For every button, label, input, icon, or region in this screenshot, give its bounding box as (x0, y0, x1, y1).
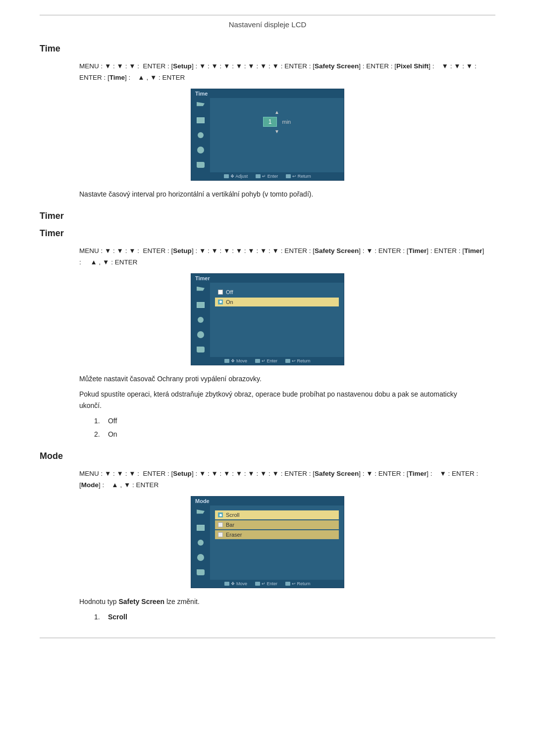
mode-circle-icon (195, 538, 206, 547)
mode-scroll-item: Scroll (215, 510, 339, 519)
mode-bottom-return: ↩ Return (285, 581, 311, 586)
timer-list-item-2: 2. On (40, 429, 495, 440)
timer-ui-title: Timer (191, 274, 344, 283)
timer-ui-bottom-bar: ❖ Move ↵ Enter ↩ Return (191, 357, 344, 365)
timer-description1: Můžete nastavit časovač Ochrany proti vy… (40, 373, 495, 385)
timer-bottom-move: ❖ Move (224, 358, 247, 363)
timer-off-dot (218, 290, 223, 295)
timer-menu-path: MENU : ▼ : ▼ : ▼ : ENTER : [Setup] : ▼ :… (40, 246, 495, 268)
mode-flag-icon (195, 508, 206, 517)
time-bottom-adjust: ❖ Adjust (224, 174, 248, 179)
mode-menu-path: MENU : ▼ : ▼ : ▼ : ENTER : [Setup] : ▼ :… (40, 468, 495, 491)
flag-icon (195, 101, 206, 110)
time-bottom-return: ↩ Return (286, 174, 311, 179)
section-title-timer-heading: Timer (40, 211, 495, 221)
mode-scroll-dot (218, 512, 223, 517)
timer-film-icon (195, 301, 206, 309)
mode-ui-title: Mode (191, 497, 344, 505)
mode-scroll-label: Scroll (226, 512, 240, 518)
timer-flag-icon (195, 286, 206, 295)
mode-ui-sidebar (191, 505, 210, 580)
mode-list-label-1: Scroll (108, 613, 127, 621)
mode-ui-screenshot: Mode Scroll Bar Erase (191, 496, 344, 588)
time-arrow-down: ▼ (274, 129, 279, 134)
timer-circle-icon (195, 315, 206, 324)
timer-list-label-2: On (108, 430, 117, 438)
timer-ui-sidebar (191, 283, 210, 357)
mode-eraser-item: Eraser (215, 530, 339, 539)
circle-icon (195, 131, 206, 140)
timer-on-dot (218, 300, 223, 304)
time-menu-path: MENU : ▼ : ▼ : ▼ : ENTER : [Setup] : ▼ :… (40, 61, 495, 84)
time-ui-content: ▲ 1 min ▼ (210, 98, 344, 172)
mode-bottom-enter: ↵ Enter (255, 581, 277, 586)
timer-list-num-2: 2. (94, 429, 106, 440)
section-title-mode: Mode (40, 451, 495, 461)
timer-bottom-enter: ↵ Enter (255, 358, 277, 363)
section-title-timer: Timer (40, 228, 495, 239)
timer-ui-screenshot: Timer Off On ❖ Move (191, 273, 344, 365)
timer-on-item: On (215, 298, 339, 306)
page-title: Nastavení displeje LCD (40, 20, 495, 29)
timer-ui-content: Off On (210, 283, 344, 357)
folder-icon (195, 160, 206, 169)
time-ui-screenshot: Time ▲ 1 min ▼ (191, 89, 344, 181)
time-bottom-enter: ↵ Enter (256, 174, 278, 179)
mode-bar-item: Bar (215, 520, 339, 529)
timer-folder-icon (195, 345, 206, 354)
timer-on-label: On (226, 299, 233, 305)
timer-description2: Pokud spustíte operaci, která odstraňuje… (40, 389, 495, 411)
time-value: 1 (263, 117, 277, 127)
mode-folder-icon (195, 568, 206, 577)
mode-gear-icon (195, 553, 206, 562)
bottom-divider (40, 638, 495, 638)
time-unit: min (282, 119, 291, 125)
mode-list-num-1: 1. (94, 611, 106, 623)
top-divider (40, 15, 495, 15)
time-ui-bottom-bar: ❖ Adjust ↵ Enter ↩ Return (191, 172, 344, 180)
mode-bar-label: Bar (226, 522, 234, 528)
mode-film-icon (195, 523, 206, 532)
timer-list-label-1: Off (108, 417, 117, 425)
section-title-time: Time (40, 44, 495, 54)
time-ui-sidebar (191, 98, 210, 172)
timer-bottom-return: ↩ Return (285, 358, 311, 363)
timer-off-label: Off (226, 289, 233, 295)
mode-description: Hodnotu typ Safety Screen lze změnit. (40, 596, 495, 607)
time-ui-title: Time (191, 89, 344, 98)
film-icon (195, 116, 206, 125)
time-description: Nastavte časový interval pro horizontáln… (40, 189, 495, 200)
mode-ui-bottom-bar: ❖ Move ↵ Enter ↩ Return (191, 580, 344, 588)
timer-gear-icon (195, 330, 206, 339)
time-arrow-up: ▲ (274, 109, 279, 115)
timer-off-item: Off (215, 288, 339, 297)
gear-icon (195, 146, 206, 154)
mode-bottom-move: ❖ Move (224, 581, 247, 586)
mode-ui-content: Scroll Bar Eraser (210, 505, 344, 580)
mode-eraser-dot (218, 532, 223, 537)
mode-eraser-label: Eraser (226, 532, 242, 538)
mode-bar-dot (218, 522, 223, 527)
mode-list-item-1: 1. Scroll (40, 611, 495, 623)
timer-list-num-1: 1. (94, 415, 106, 427)
timer-list-item-1: 1. Off (40, 415, 495, 427)
